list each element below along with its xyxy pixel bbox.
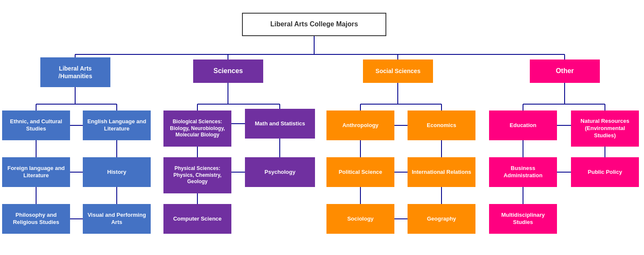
- math-stats-node: Math and Statistics: [245, 109, 315, 139]
- political-sci-node: Political Science: [326, 157, 394, 187]
- intl-relations-node: International Relations: [408, 157, 475, 187]
- history-node: History: [83, 157, 151, 187]
- root-node: Liberal Arts College Majors: [242, 13, 386, 36]
- multidisc-node: Multidisciplinary Studies: [489, 204, 557, 234]
- foreign-lang-node: Foreign language and Literature: [2, 157, 70, 187]
- social-sciences-node: Social Sciences: [363, 60, 433, 83]
- visual-arts-node: Visual and Performing Arts: [83, 204, 151, 234]
- english-node: English Language and Literature: [83, 110, 151, 140]
- economics-node: Economics: [408, 110, 475, 140]
- diagram: Liberal Arts College Majors Liberal Arts…: [0, 0, 644, 255]
- geography-node: Geography: [408, 204, 475, 234]
- sciences-node: Sciences: [193, 60, 263, 83]
- other-node: Other: [530, 60, 600, 83]
- sociology-node: Sociology: [326, 204, 394, 234]
- psychology-node: Psychology: [245, 157, 315, 187]
- ethnic-node: Ethnic, and Cultural Studies: [2, 110, 70, 140]
- anthropology-node: Anthropology: [326, 110, 394, 140]
- natural-res-node: Natural Resources (Environmental Studies…: [571, 110, 639, 147]
- philosophy-node: Philosophy and Religious Studies: [2, 204, 70, 234]
- comp-sci-node: Computer Science: [163, 204, 231, 234]
- liberal-arts-node: Liberal Arts /Humanities: [40, 57, 110, 87]
- business-admin-node: Business Administration: [489, 157, 557, 187]
- phys-sci-node: Physical Sciences: Physics, Chemistry, G…: [163, 157, 231, 193]
- public-policy-node: Public Policy: [571, 157, 639, 187]
- bio-sci-node: Biological Sciences: Biology, Neurobiolo…: [163, 110, 231, 147]
- education-node: Education: [489, 110, 557, 140]
